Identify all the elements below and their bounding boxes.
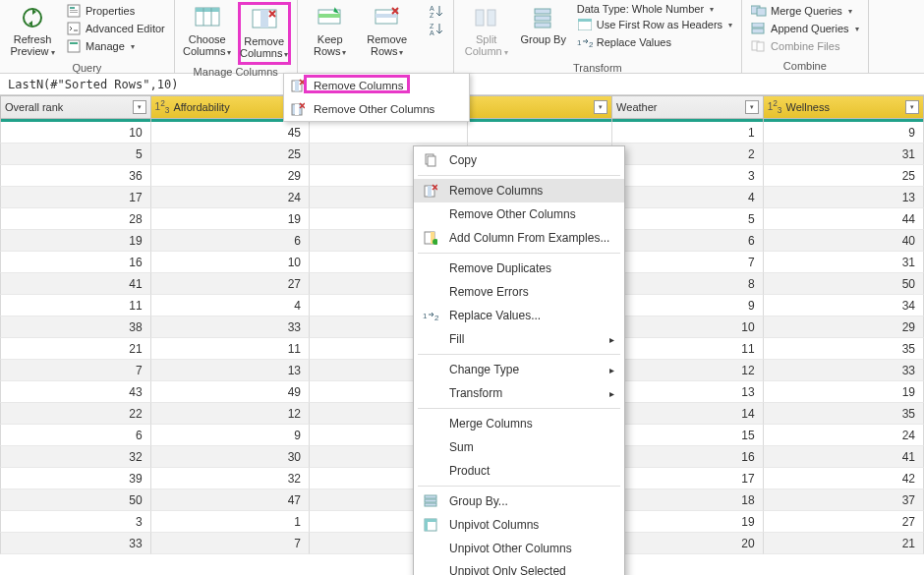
remove-columns-button[interactable]: Remove Columns bbox=[238, 2, 291, 65]
column-header[interactable]: Overall rank▾ bbox=[0, 95, 151, 119]
cell[interactable]: 11 bbox=[612, 338, 764, 360]
cell[interactable]: 19 bbox=[764, 381, 924, 403]
cell[interactable]: 36 bbox=[0, 165, 151, 187]
cell[interactable]: 13 bbox=[764, 187, 924, 208]
group-by-button[interactable]: Group By bbox=[517, 2, 570, 47]
ctx-replace-values[interactable]: 12Replace Values... bbox=[414, 304, 624, 327]
ctx-product[interactable]: Product bbox=[414, 459, 624, 483]
replace-values-button[interactable]: 12Replace Values bbox=[574, 33, 735, 51]
cell[interactable]: 10 bbox=[0, 122, 151, 144]
cell[interactable]: 5 bbox=[612, 208, 764, 230]
cell[interactable] bbox=[468, 122, 612, 144]
table-row[interactable]: 104519 bbox=[0, 122, 924, 144]
cell[interactable]: 6 bbox=[151, 230, 310, 252]
keep-rows-button[interactable]: Keep Rows bbox=[304, 2, 357, 61]
ctx-change-type[interactable]: Change Type bbox=[414, 358, 624, 381]
ctx-add-column-examples[interactable]: Add Column From Examples... bbox=[414, 226, 624, 250]
cell[interactable]: 14 bbox=[612, 403, 764, 425]
cell[interactable]: 35 bbox=[764, 338, 924, 360]
cell[interactable]: 27 bbox=[764, 511, 924, 533]
cell[interactable]: 7 bbox=[151, 533, 310, 554]
cell[interactable]: 38 bbox=[0, 316, 151, 338]
cell[interactable]: 24 bbox=[764, 425, 924, 446]
split-column-button[interactable]: Split Column bbox=[460, 2, 513, 61]
combine-files-button[interactable]: Combine Files bbox=[748, 37, 862, 55]
menu-remove-columns[interactable]: Remove Columns bbox=[284, 74, 469, 97]
cell[interactable]: 41 bbox=[764, 446, 924, 468]
cell[interactable]: 6 bbox=[612, 230, 764, 252]
cell[interactable]: 50 bbox=[764, 273, 924, 295]
cell[interactable]: 25 bbox=[764, 165, 924, 187]
first-row-headers-button[interactable]: Use First Row as Headers bbox=[574, 16, 735, 33]
ctx-merge-columns[interactable]: Merge Columns bbox=[414, 412, 624, 435]
choose-columns-button[interactable]: Choose Columns bbox=[181, 2, 234, 61]
filter-button[interactable]: ▾ bbox=[133, 100, 146, 114]
merge-queries-button[interactable]: Merge Queries bbox=[748, 2, 862, 20]
cell[interactable]: 32 bbox=[0, 446, 151, 468]
properties-button[interactable]: Properties bbox=[63, 2, 168, 20]
cell[interactable]: 33 bbox=[764, 360, 924, 381]
cell[interactable]: 31 bbox=[764, 144, 924, 165]
cell[interactable]: 47 bbox=[151, 489, 310, 511]
ctx-transform[interactable]: Transform bbox=[414, 381, 624, 405]
cell[interactable]: 12 bbox=[612, 360, 764, 381]
ctx-remove-other-columns[interactable]: Remove Other Columns bbox=[414, 202, 624, 226]
cell[interactable]: 34 bbox=[764, 295, 924, 316]
cell[interactable]: 50 bbox=[0, 489, 151, 511]
cell[interactable]: 27 bbox=[151, 273, 310, 295]
cell[interactable]: 3 bbox=[0, 511, 151, 533]
cell[interactable]: 4 bbox=[612, 187, 764, 208]
column-header[interactable]: 123Wellness▾ bbox=[764, 95, 924, 119]
refresh-preview-button[interactable]: Refresh Preview bbox=[6, 2, 59, 61]
filter-button[interactable]: ▾ bbox=[594, 100, 607, 114]
cell[interactable] bbox=[310, 122, 468, 144]
ctx-remove-errors[interactable]: Remove Errors bbox=[414, 280, 624, 304]
column-header[interactable]: Weather▾ bbox=[612, 95, 764, 119]
sort-desc-button[interactable]: ZA bbox=[426, 20, 447, 37]
ctx-fill[interactable]: Fill bbox=[414, 327, 624, 351]
cell[interactable]: 17 bbox=[612, 468, 764, 489]
menu-remove-other-columns[interactable]: Remove Other Columns bbox=[284, 97, 469, 121]
cell[interactable]: 13 bbox=[612, 381, 764, 403]
sort-asc-button[interactable]: AZ bbox=[426, 2, 447, 20]
cell[interactable]: 19 bbox=[612, 511, 764, 533]
cell[interactable]: 49 bbox=[151, 381, 310, 403]
filter-button[interactable]: ▾ bbox=[905, 100, 919, 114]
cell[interactable]: 19 bbox=[151, 208, 310, 230]
cell[interactable]: 16 bbox=[612, 446, 764, 468]
cell[interactable]: 40 bbox=[764, 230, 924, 252]
cell[interactable]: 11 bbox=[0, 295, 151, 316]
cell[interactable]: 32 bbox=[151, 468, 310, 489]
cell[interactable]: 33 bbox=[0, 533, 151, 554]
cell[interactable]: 12 bbox=[151, 403, 310, 425]
cell[interactable]: 1 bbox=[151, 511, 310, 533]
cell[interactable]: 42 bbox=[764, 468, 924, 489]
ctx-remove-columns[interactable]: Remove Columns bbox=[414, 179, 624, 202]
cell[interactable]: 19 bbox=[0, 230, 151, 252]
ctx-unpivot-selected[interactable]: Unpivot Only Selected Columns bbox=[414, 560, 624, 575]
cell[interactable]: 45 bbox=[151, 122, 310, 144]
cell[interactable]: 43 bbox=[0, 381, 151, 403]
cell[interactable]: 9 bbox=[612, 295, 764, 316]
cell[interactable]: 10 bbox=[612, 316, 764, 338]
cell[interactable]: 25 bbox=[151, 144, 310, 165]
manage-button[interactable]: Manage bbox=[63, 37, 168, 55]
cell[interactable]: 41 bbox=[0, 273, 151, 295]
remove-rows-button[interactable]: Remove Rows bbox=[361, 2, 414, 61]
cell[interactable]: 10 bbox=[151, 252, 310, 273]
cell[interactable]: 7 bbox=[0, 360, 151, 381]
cell[interactable]: 13 bbox=[151, 360, 310, 381]
ctx-copy[interactable]: Copy bbox=[414, 148, 624, 172]
cell[interactable]: 16 bbox=[0, 252, 151, 273]
cell[interactable]: 9 bbox=[764, 122, 924, 144]
cell[interactable]: 35 bbox=[764, 403, 924, 425]
cell[interactable]: 29 bbox=[151, 165, 310, 187]
cell[interactable]: 5 bbox=[0, 144, 151, 165]
cell[interactable]: 22 bbox=[0, 403, 151, 425]
cell[interactable]: 4 bbox=[151, 295, 310, 316]
ctx-group-by[interactable]: Group By... bbox=[414, 489, 624, 513]
cell[interactable]: 11 bbox=[151, 338, 310, 360]
column-header[interactable]: ▾ bbox=[468, 95, 612, 119]
advanced-editor-button[interactable]: Advanced Editor bbox=[63, 20, 168, 37]
cell[interactable]: 39 bbox=[0, 468, 151, 489]
